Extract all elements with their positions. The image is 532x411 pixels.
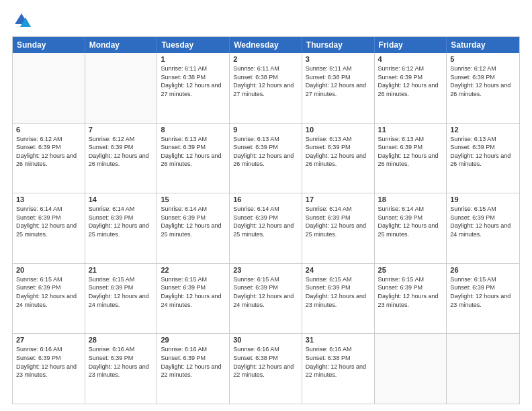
day-info: Sunrise: 6:11 AMSunset: 6:38 PMDaylight:…: [161, 64, 226, 98]
day-info: Sunrise: 6:12 AMSunset: 6:39 PMDaylight:…: [16, 135, 81, 169]
day-number: 9: [233, 126, 298, 134]
calendar-cell: [375, 334, 447, 404]
day-info: Sunrise: 6:16 AMSunset: 6:39 PMDaylight:…: [16, 345, 81, 379]
calendar-cell: 11Sunrise: 6:13 AMSunset: 6:39 PMDayligh…: [375, 124, 447, 193]
day-info: Sunrise: 6:15 AMSunset: 6:39 PMDaylight:…: [378, 275, 443, 309]
calendar-cell: 17Sunrise: 6:14 AMSunset: 6:39 PMDayligh…: [302, 193, 375, 263]
calendar-cell: 24Sunrise: 6:15 AMSunset: 6:39 PMDayligh…: [302, 264, 375, 334]
day-number: 23: [233, 266, 298, 274]
calendar-row-2: 13Sunrise: 6:14 AMSunset: 6:39 PMDayligh…: [13, 193, 519, 263]
calendar-cell: 27Sunrise: 6:16 AMSunset: 6:39 PMDayligh…: [13, 334, 85, 404]
calendar-cell: 13Sunrise: 6:14 AMSunset: 6:39 PMDayligh…: [13, 193, 85, 263]
calendar-cell: [13, 53, 85, 123]
calendar-cell: 31Sunrise: 6:16 AMSunset: 6:38 PMDayligh…: [302, 334, 375, 404]
calendar-cell: 2Sunrise: 6:11 AMSunset: 6:38 PMDaylight…: [230, 53, 302, 123]
day-info: Sunrise: 6:11 AMSunset: 6:38 PMDaylight:…: [306, 64, 371, 98]
day-info: Sunrise: 6:13 AMSunset: 6:39 PMDaylight:…: [233, 135, 298, 169]
header-day-wednesday: Wednesday: [230, 37, 302, 53]
day-number: 15: [161, 195, 226, 203]
day-number: 17: [306, 195, 371, 203]
day-number: 14: [89, 195, 154, 203]
page: SundayMondayTuesdayWednesdayThursdayFrid…: [0, 0, 532, 411]
day-number: 11: [378, 126, 443, 134]
logo-icon: [12, 11, 31, 30]
logo: [12, 11, 32, 30]
calendar-cell: 6Sunrise: 6:12 AMSunset: 6:39 PMDaylight…: [13, 124, 85, 193]
day-number: 20: [16, 266, 81, 274]
day-info: Sunrise: 6:13 AMSunset: 6:39 PMDaylight:…: [306, 135, 371, 169]
day-number: 24: [306, 266, 371, 274]
calendar-cell: 26Sunrise: 6:15 AMSunset: 6:39 PMDayligh…: [447, 264, 519, 334]
day-info: Sunrise: 6:12 AMSunset: 6:39 PMDaylight:…: [89, 135, 154, 169]
day-info: Sunrise: 6:15 AMSunset: 6:39 PMDaylight:…: [450, 275, 516, 309]
calendar-cell: 25Sunrise: 6:15 AMSunset: 6:39 PMDayligh…: [375, 264, 447, 334]
day-info: Sunrise: 6:16 AMSunset: 6:38 PMDaylight:…: [306, 345, 371, 379]
day-info: Sunrise: 6:14 AMSunset: 6:39 PMDaylight:…: [306, 205, 371, 238]
calendar-cell: 21Sunrise: 6:15 AMSunset: 6:39 PMDayligh…: [85, 264, 158, 334]
day-number: 10: [306, 126, 371, 134]
day-number: 12: [450, 126, 516, 134]
day-number: 21: [89, 266, 154, 274]
calendar-cell: 22Sunrise: 6:15 AMSunset: 6:39 PMDayligh…: [157, 264, 230, 334]
calendar-body: 1Sunrise: 6:11 AMSunset: 6:38 PMDaylight…: [13, 53, 519, 404]
day-info: Sunrise: 6:16 AMSunset: 6:39 PMDaylight:…: [89, 345, 154, 379]
day-number: 5: [450, 55, 516, 63]
day-number: 13: [16, 195, 81, 203]
calendar-row-3: 20Sunrise: 6:15 AMSunset: 6:39 PMDayligh…: [13, 263, 519, 334]
day-info: Sunrise: 6:15 AMSunset: 6:39 PMDaylight:…: [89, 275, 154, 309]
calendar-cell: 30Sunrise: 6:16 AMSunset: 6:38 PMDayligh…: [230, 334, 302, 404]
day-number: 6: [16, 126, 81, 134]
day-number: 2: [233, 55, 298, 63]
calendar-cell: 15Sunrise: 6:14 AMSunset: 6:39 PMDayligh…: [157, 193, 230, 263]
calendar-row-4: 27Sunrise: 6:16 AMSunset: 6:39 PMDayligh…: [13, 333, 519, 404]
header-day-thursday: Thursday: [302, 37, 375, 53]
calendar-cell: 9Sunrise: 6:13 AMSunset: 6:39 PMDaylight…: [230, 124, 302, 193]
day-info: Sunrise: 6:14 AMSunset: 6:39 PMDaylight:…: [233, 205, 298, 238]
calendar-cell: 18Sunrise: 6:14 AMSunset: 6:39 PMDayligh…: [375, 193, 447, 263]
day-info: Sunrise: 6:11 AMSunset: 6:38 PMDaylight:…: [233, 64, 298, 98]
day-info: Sunrise: 6:13 AMSunset: 6:39 PMDaylight:…: [161, 135, 226, 169]
day-number: 30: [233, 336, 298, 344]
calendar-cell: [447, 334, 519, 404]
day-info: Sunrise: 6:12 AMSunset: 6:39 PMDaylight:…: [378, 64, 443, 98]
calendar-row-0: 1Sunrise: 6:11 AMSunset: 6:38 PMDaylight…: [13, 53, 519, 123]
calendar-cell: 20Sunrise: 6:15 AMSunset: 6:39 PMDayligh…: [13, 264, 85, 334]
day-number: 27: [16, 336, 81, 344]
calendar-cell: 10Sunrise: 6:13 AMSunset: 6:39 PMDayligh…: [302, 124, 375, 193]
day-number: 4: [378, 55, 443, 63]
calendar-cell: 28Sunrise: 6:16 AMSunset: 6:39 PMDayligh…: [85, 334, 158, 404]
day-info: Sunrise: 6:14 AMSunset: 6:39 PMDaylight:…: [16, 205, 81, 238]
calendar-cell: 7Sunrise: 6:12 AMSunset: 6:39 PMDaylight…: [85, 124, 158, 193]
day-number: 18: [378, 195, 443, 203]
day-number: 3: [306, 55, 371, 63]
calendar-header: SundayMondayTuesdayWednesdayThursdayFrid…: [13, 37, 519, 53]
header-day-monday: Monday: [85, 37, 158, 53]
calendar-cell: [85, 53, 158, 123]
day-info: Sunrise: 6:14 AMSunset: 6:39 PMDaylight:…: [378, 205, 443, 238]
day-info: Sunrise: 6:13 AMSunset: 6:39 PMDaylight:…: [378, 135, 443, 169]
day-info: Sunrise: 6:15 AMSunset: 6:39 PMDaylight:…: [16, 275, 81, 309]
header-day-tuesday: Tuesday: [157, 37, 230, 53]
header-day-friday: Friday: [375, 37, 447, 53]
day-number: 29: [161, 336, 226, 344]
day-number: 8: [161, 126, 226, 134]
calendar-cell: 4Sunrise: 6:12 AMSunset: 6:39 PMDaylight…: [375, 53, 447, 123]
calendar-cell: 5Sunrise: 6:12 AMSunset: 6:39 PMDaylight…: [447, 53, 519, 123]
day-number: 7: [89, 126, 154, 134]
day-info: Sunrise: 6:12 AMSunset: 6:39 PMDaylight:…: [450, 64, 516, 98]
day-info: Sunrise: 6:15 AMSunset: 6:39 PMDaylight:…: [161, 275, 226, 309]
day-number: 1: [161, 55, 226, 63]
day-info: Sunrise: 6:15 AMSunset: 6:39 PMDaylight:…: [233, 275, 298, 309]
calendar-cell: 1Sunrise: 6:11 AMSunset: 6:38 PMDaylight…: [157, 53, 230, 123]
calendar-cell: 19Sunrise: 6:15 AMSunset: 6:39 PMDayligh…: [447, 193, 519, 263]
header: [12, 11, 520, 30]
header-day-saturday: Saturday: [447, 37, 519, 53]
day-info: Sunrise: 6:16 AMSunset: 6:39 PMDaylight:…: [161, 345, 226, 379]
day-number: 16: [233, 195, 298, 203]
calendar-cell: 14Sunrise: 6:14 AMSunset: 6:39 PMDayligh…: [85, 193, 158, 263]
day-number: 26: [450, 266, 516, 274]
calendar-cell: 8Sunrise: 6:13 AMSunset: 6:39 PMDaylight…: [157, 124, 230, 193]
day-info: Sunrise: 6:16 AMSunset: 6:38 PMDaylight:…: [233, 345, 298, 379]
day-number: 31: [306, 336, 371, 344]
day-number: 19: [450, 195, 516, 203]
